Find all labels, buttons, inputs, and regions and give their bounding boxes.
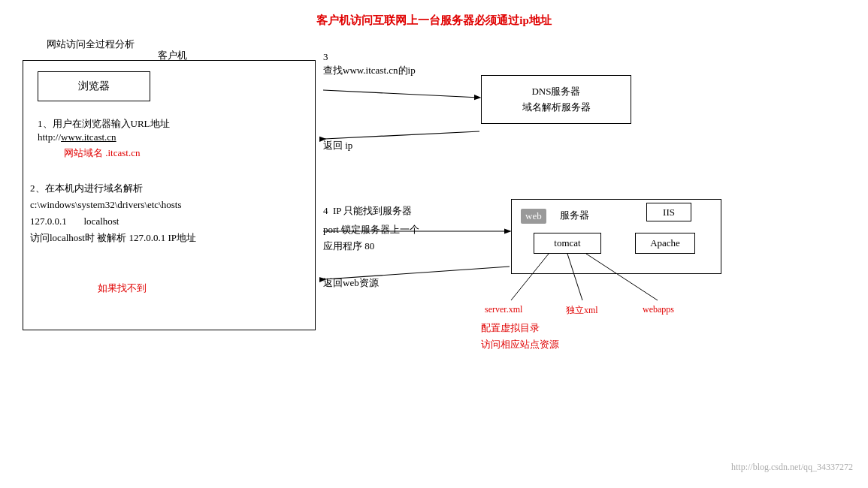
- browser-box: 浏览器: [38, 71, 150, 101]
- iis-box: IIS: [646, 203, 691, 221]
- port-text: port 锁定服务器上一个 应用程序 80: [323, 221, 419, 255]
- section-label: 网站访问全过程分析: [47, 38, 135, 51]
- no-find-label: 如果找不到: [98, 282, 147, 295]
- apache-label: Apache: [650, 237, 680, 249]
- url-text: http://www.itcast.cn: [38, 131, 116, 143]
- url-link: www.itcast.cn: [61, 131, 116, 143]
- apache-box: Apache: [635, 233, 695, 254]
- step4-label: 4 IP 只能找到服务器: [323, 204, 412, 218]
- watermark: http://blog.csdn.net/qq_34337272: [731, 462, 853, 473]
- return-web-text: 返回web资源: [323, 276, 379, 290]
- dns-line1: DNS服务器: [531, 84, 580, 100]
- browser-label: 浏览器: [78, 80, 110, 93]
- tomcat-label: tomcat: [554, 237, 580, 249]
- find-ip-text: 查找www.itcast.cn的ip: [323, 64, 416, 77]
- return-ip-text: 返回 ip: [323, 139, 352, 152]
- server-xml-label: server.xml: [485, 304, 522, 315]
- server-text: 服务器: [560, 209, 589, 222]
- step3-label: 3: [323, 51, 328, 63]
- dns-line2: 域名解析服务器: [522, 100, 591, 116]
- visit-resource-label: 访问相应站点资源: [481, 338, 559, 351]
- domain-label: 网站域名 .itcast.cn: [64, 146, 140, 160]
- svg-line-0: [323, 90, 479, 98]
- dns-box: DNS服务器 域名解析服务器: [481, 75, 631, 124]
- standalone-xml-label: 独立xml: [566, 304, 598, 317]
- svg-line-1: [325, 131, 479, 139]
- webapps-label: webapps: [643, 304, 674, 315]
- config-virtual-label: 配置虚拟目录: [481, 321, 540, 335]
- iis-label: IIS: [663, 206, 675, 218]
- page-title: 客户机访问互联网上一台服务器必须通过ip地址: [0, 14, 868, 28]
- web-label: web: [521, 209, 546, 224]
- step1-text: 1、用户在浏览器输入URL地址: [38, 116, 170, 132]
- step2-text: 2、在本机内进行域名解析 c:\windows\system32\drivers…: [30, 180, 196, 246]
- tomcat-box: tomcat: [534, 233, 601, 254]
